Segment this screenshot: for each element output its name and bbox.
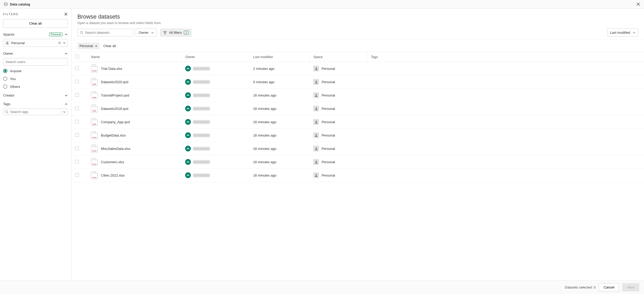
datasets-selected-count: Datasets selected: 0 [565,285,596,289]
dataset-name: TutorialProject.qvd [101,93,129,97]
owner-avatar: JK [185,79,191,85]
svg-point-7 [316,94,317,95]
table-row[interactable]: QVD Datasets2020.qvd JK 5 minutes ago Pe… [72,75,644,89]
close-icon[interactable] [636,2,640,6]
table-row[interactable]: XLSX Trial Data.xlsx JK 2 minutes ago Pe… [72,62,644,75]
row-checkbox[interactable] [75,93,79,97]
row-checkbox[interactable] [75,160,79,163]
search-datasets[interactable] [77,29,134,36]
table-row[interactable]: XLSX Customers.xlsx JK 16 minutes ago Pe… [72,155,644,169]
svg-point-1 [7,42,8,43]
chevron-down-icon [151,31,154,34]
space-name: Personal [322,67,335,71]
svg-point-4 [80,31,82,33]
all-filters-button[interactable]: All filters 1 [160,29,191,36]
owner-toggle[interactable]: Owner [3,52,68,55]
person-icon [313,132,319,138]
chevron-down-icon[interactable] [63,41,66,44]
filter-icon [163,31,167,35]
owner-avatar: JK [185,92,191,98]
file-icon: XLSX [91,158,98,166]
row-checkbox[interactable] [75,66,79,70]
chevron-up-icon [65,52,68,55]
space-name: Personal [322,80,335,84]
owner-name-redacted [193,120,210,124]
table-row[interactable]: XLSX MiscSalesData.xlsx JK 16 minutes ag… [72,142,644,155]
filter-section-creator: Creator [3,93,68,97]
cancel-button[interactable]: Cancel [599,283,619,291]
svg-point-8 [316,107,317,109]
space-name: Personal [322,147,335,151]
svg-point-6 [316,81,317,82]
col-owner[interactable]: Owner [181,52,249,62]
owner-radio-anyone[interactable]: Anyone [3,69,68,73]
owner-name-redacted [193,107,210,110]
space-name: Personal [322,107,335,111]
row-checkbox[interactable] [75,106,79,110]
table-row[interactable]: QVD TutorialProject.qvd JK 16 minutes ag… [72,89,644,102]
tags-toggle[interactable]: Tags [3,102,68,106]
col-name[interactable]: Name [87,52,181,62]
tags-search-input[interactable] [10,110,59,114]
dataset-name: Datasets2019.qvd [101,107,128,111]
table-row[interactable]: QVD Datasets2019.qvd JK 16 minutes ago P… [72,102,644,115]
collapse-sidebar-icon[interactable] [64,12,68,16]
last-modified: 5 minutes ago [253,80,275,84]
space-selector[interactable]: Personal [3,39,68,47]
file-ext-label: XLSX [92,137,97,138]
svg-point-10 [316,134,317,135]
creator-toggle[interactable]: Creator [3,93,68,97]
select-all-checkbox[interactable] [75,55,79,58]
chevron-down-icon[interactable] [61,110,66,114]
spaces-toggle[interactable]: Spaces Personal [3,32,68,36]
owner-name-redacted [193,174,210,177]
owner-dropdown[interactable]: Owner [136,29,157,37]
owner-name-redacted [193,160,210,164]
file-icon: QVD [91,78,98,86]
main-panel: Browse datasets Open a dataset you want … [72,9,644,280]
col-space[interactable]: Space [310,52,367,62]
owner-avatar: JK [185,146,191,151]
last-modified: 2 minutes ago [253,67,275,71]
svg-point-11 [316,147,317,149]
file-ext-label: QVD [92,83,97,85]
datasets-table: Name Owner Last modified Space Tags XLSX… [72,52,644,182]
next-button[interactable]: Next [622,283,639,291]
file-icon: QVD [91,105,98,112]
filters-heading: FILTERS [3,13,18,16]
space-name: Personal [322,93,335,97]
owner-radio-others[interactable]: Others [3,84,68,89]
col-modified[interactable]: Last modified [249,52,310,62]
remove-chip-icon[interactable] [95,45,98,47]
tags-search[interactable] [3,109,68,115]
svg-point-13 [316,174,317,175]
owner-avatar: JK [185,132,191,138]
row-checkbox[interactable] [75,80,79,83]
topbar: Data catalog [0,0,644,9]
space-name: Personal [322,160,335,164]
search-datasets-input[interactable] [85,31,131,35]
chips-clear-all[interactable]: Clear all [103,44,116,48]
clear-space-icon[interactable] [58,41,61,44]
filter-section-tags: Tags [3,102,68,115]
file-icon: XLSX [91,65,98,72]
sort-label: Last modified [610,31,630,35]
row-checkbox[interactable] [75,120,79,123]
row-checkbox[interactable] [75,173,79,177]
sort-dropdown[interactable]: Last modified [607,29,638,37]
page-title: Browse datasets [77,13,638,20]
spaces-title: Spaces [3,32,14,36]
clear-all-button[interactable]: Clear all [3,19,68,28]
row-checkbox[interactable] [75,133,79,137]
table-row[interactable]: XLSX BudgetData.xlsx JK 16 minutes ago P… [72,129,644,142]
person-icon [313,79,319,85]
col-tags[interactable]: Tags [367,52,644,62]
owner-radio-you[interactable]: You [3,77,68,81]
table-row[interactable]: XLSX Cities 2022.xlsx JK 16 minutes ago … [72,169,644,182]
person-icon [313,146,319,151]
owner-search-input[interactable] [3,58,68,66]
row-checkbox[interactable] [75,146,79,150]
all-filters-label: All filters [169,31,182,35]
table-row[interactable]: QVD Company_App.qvd JK 16 minutes ago Pe… [72,115,644,129]
owner-avatar: JK [185,172,191,178]
